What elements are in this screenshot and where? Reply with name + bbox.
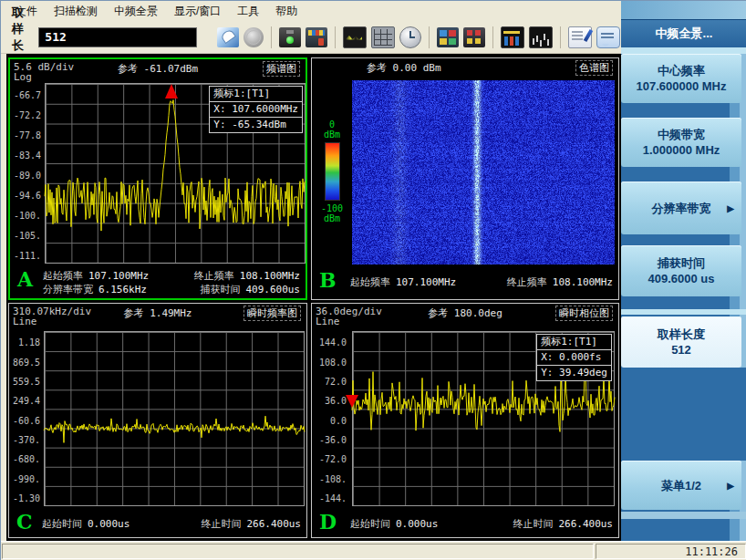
- scale-bottom-value: -100: [321, 203, 343, 213]
- report-edit-icon[interactable]: [568, 26, 592, 48]
- panel-b-letter: B: [319, 268, 337, 292]
- y-tick: 1.18: [9, 337, 40, 347]
- inst-frequency-plot[interactable]: [44, 331, 305, 506]
- softkey-value: 107.600000 MHz: [636, 78, 726, 94]
- marker-y: Y: -65.34dBm: [210, 118, 302, 132]
- toolbar: 取样长度:: [1, 21, 621, 54]
- menu-tools[interactable]: 工具: [230, 2, 266, 21]
- panel-spectrum[interactable]: 5.6 dB/div Log 参考 -61.07dBm 频谱图 -66.7 -7…: [8, 57, 307, 300]
- waveform-display-icon[interactable]: [343, 26, 367, 48]
- panel-c-title: 瞬时频率图: [243, 306, 301, 321]
- stop-freq-value: 108.100MHz: [553, 276, 613, 288]
- panel-d-header: 36.0deg/div Line 参考 180.0deg 瞬时相位图: [312, 306, 618, 327]
- signal-source-icon[interactable]: [306, 27, 327, 47]
- clock-icon[interactable]: [399, 26, 421, 48]
- y-tick: 72.0: [316, 377, 347, 387]
- softkey-center-frequency[interactable]: 中心频率 107.600000 MHz: [621, 54, 741, 103]
- color-gradient-bar: [325, 142, 340, 201]
- stop-freq-label: 终止频率: [194, 270, 234, 282]
- y-tick: -990.: [9, 474, 40, 484]
- panel-b-header: 参考 0.00 dBm 色谱图: [312, 60, 618, 82]
- softkey-if-panorama-header[interactable]: 中频全景...: [621, 19, 746, 48]
- message-icon[interactable]: [596, 26, 620, 48]
- y-tick: -72.0: [316, 454, 347, 464]
- softkey-value: 409.6000 us: [648, 271, 714, 286]
- histogram-icon[interactable]: [529, 26, 553, 48]
- spectrum-plot[interactable]: 频标1:[T1] X: 107.6000MHz Y: -65.34dBm: [45, 83, 306, 264]
- softkey-title: 中频带宽: [658, 127, 705, 142]
- softkey-menu-page[interactable]: 菜单1/2 ▶: [621, 461, 741, 510]
- toolbar-separator: [335, 26, 336, 48]
- y-tick: 108.0: [316, 358, 347, 368]
- sidebar-fill: [621, 368, 746, 461]
- y-tick: 249.4: [9, 396, 40, 406]
- panel-inst-phase[interactable]: 36.0deg/div Line 参考 180.0deg 瞬时相位图 144.0…: [311, 303, 619, 538]
- menu-help[interactable]: 帮助: [268, 2, 305, 21]
- inst-phase-plot[interactable]: 频标1:[T1] X: 0.000fs Y: 39.49deg: [352, 331, 615, 506]
- softkey-sample-length[interactable]: 取样长度 512: [621, 316, 741, 368]
- start-time-label: 起始时间: [42, 518, 82, 530]
- menu-if-panorama[interactable]: 中频全景: [107, 2, 165, 21]
- start-time-value: 0.000us: [396, 518, 438, 530]
- start-time-label: 起始时间: [350, 518, 390, 530]
- start-freq-label: 起始频率: [43, 270, 83, 282]
- marker-readout: 频标1:[T1] X: 0.000fs Y: 39.49deg: [536, 334, 612, 381]
- scale-bottom-unit: dBm: [324, 213, 340, 223]
- marker-arrow[interactable]: [346, 395, 358, 408]
- menu-display-window[interactable]: 显示/窗口: [167, 2, 228, 21]
- marker-arrow[interactable]: [165, 84, 178, 99]
- menu-scan-detect[interactable]: 扫描检测: [47, 2, 105, 21]
- app-window: 文件 扫描检测 中频全景 显示/窗口 工具 帮助 取样长度:: [0, 0, 746, 560]
- panel-a-y-axis: -66.7 -72.2 -77.8 -83.4 -89.0 -94.6 -100…: [10, 83, 43, 260]
- softkey-title: 分辨率带宽: [652, 201, 711, 216]
- softkey-capture-time[interactable]: 捕获时间 409.6000 us: [621, 245, 741, 296]
- y-tick: -83.4: [10, 150, 41, 161]
- panel-d-reference: 参考 180.0deg: [428, 306, 503, 320]
- y-tick: -144.: [316, 493, 347, 503]
- softkey-title: 菜单1/2: [661, 478, 701, 493]
- power-status-icon[interactable]: [279, 27, 301, 47]
- sidebar-top-strip: [621, 1, 746, 19]
- panel-inst-frequency[interactable]: 310.07kHz/div Line 参考 1.49MHz 瞬时频率图 1.18…: [8, 303, 307, 538]
- panel-a-title: 频谱图: [263, 61, 300, 77]
- panel-c-mode: Line: [13, 316, 37, 327]
- start-freq-label: 起始频率: [350, 276, 390, 288]
- y-tick: 559.5: [9, 377, 40, 387]
- y-tick: 36.0: [316, 396, 347, 406]
- stop-time-label: 终止时间: [201, 518, 241, 530]
- panel-spectrogram[interactable]: 参考 0.00 dBm 色谱图 0 dBm -100 dBm B 起始频率107…: [311, 57, 619, 300]
- panel-d-title: 瞬时相位图: [555, 306, 613, 321]
- softkey-title: 捕获时间: [658, 255, 705, 271]
- y-tick: -77.8: [10, 130, 41, 140]
- frequency-trace: [44, 331, 305, 506]
- panel-a-reference: 参考 -61.07dBm: [118, 62, 198, 76]
- sample-length-input[interactable]: [38, 27, 197, 47]
- start-freq-value: 107.100MHz: [396, 276, 456, 288]
- panel-layout-icon[interactable]: [437, 27, 459, 47]
- status-bar: 11:11:26: [1, 541, 746, 560]
- softkey-sidebar: 中频全景... 中心频率 107.600000 MHz 中频带宽 1.00000…: [621, 1, 746, 541]
- panel-a-letter: A: [17, 267, 33, 291]
- stop-freq-label: 终止频率: [507, 276, 547, 288]
- grid-display-icon[interactable]: [371, 26, 395, 48]
- submenu-arrow-icon: ▶: [727, 481, 734, 491]
- channel-settings-icon[interactable]: [463, 27, 485, 47]
- sidebar-strip: [621, 512, 746, 519]
- y-tick: -60.6: [9, 416, 40, 426]
- y-tick: -108.: [316, 474, 347, 484]
- plot-area: 5.6 dB/div Log 参考 -61.07dBm 频谱图 -66.7 -7…: [6, 54, 621, 541]
- spectrum-bars-icon[interactable]: [501, 26, 524, 48]
- status-time: 11:11:26: [685, 545, 738, 558]
- spectrogram-plot[interactable]: [352, 80, 615, 264]
- network-globe-icon[interactable]: [243, 27, 264, 47]
- satellite-icon[interactable]: [217, 27, 239, 47]
- y-tick: -680.: [9, 454, 40, 464]
- softkey-value: 512: [671, 342, 691, 358]
- softkey-if-bandwidth[interactable]: 中频带宽 1.000000 MHz: [621, 118, 741, 167]
- color-scale: 0 dBm -100 dBm: [312, 80, 352, 263]
- panel-b-reference: 参考 0.00 dBm: [367, 61, 441, 75]
- softkey-resolution-bandwidth[interactable]: 分辨率带宽 ▶: [621, 181, 741, 234]
- scale-top-unit: dBm: [324, 130, 340, 140]
- stop-freq-value: 108.100MHz: [240, 270, 300, 282]
- marker-readout: 频标1:[T1] X: 107.6000MHz Y: -65.34dBm: [209, 86, 303, 133]
